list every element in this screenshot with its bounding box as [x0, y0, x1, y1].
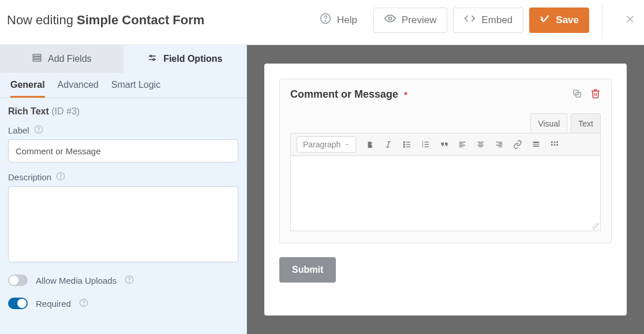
header-actions: Help Preview Embed Save — [309, 3, 636, 38]
svg-point-23 — [404, 142, 405, 143]
check-icon — [540, 13, 550, 27]
svg-line-22 — [388, 142, 390, 147]
svg-rect-51 — [554, 142, 556, 143]
sidebar: Add Fields Field Options General Advance… — [0, 45, 247, 334]
toggle-required-label: Required — [36, 299, 71, 309]
svg-point-17 — [83, 304, 84, 305]
svg-rect-53 — [551, 144, 553, 146]
editor-mode-tabs: Visual Text — [290, 113, 601, 133]
editor-toolbar: Paragraph 123 — [290, 133, 601, 156]
add-fields-icon — [32, 53, 42, 65]
sliders-icon — [147, 53, 158, 65]
help-icon[interactable] — [56, 172, 65, 183]
subtab-general[interactable]: General — [10, 80, 45, 98]
trash-icon[interactable] — [590, 88, 601, 101]
help-icon[interactable] — [79, 298, 88, 309]
submit-button[interactable]: Submit — [279, 257, 336, 283]
svg-point-13 — [60, 178, 61, 179]
svg-rect-50 — [551, 142, 553, 143]
description-input[interactable] — [8, 186, 238, 262]
code-icon — [464, 13, 475, 27]
link-icon[interactable] — [513, 140, 522, 149]
form-field-richtext[interactable]: Comment or Message * Visual Text — [279, 79, 612, 243]
svg-point-24 — [404, 144, 405, 145]
toggle-required[interactable] — [8, 298, 28, 309]
tab-add-fields[interactable]: Add Fields — [0, 45, 123, 73]
description-caption: Description — [8, 172, 51, 182]
required-indicator: * — [404, 90, 407, 99]
preview-button[interactable]: Preview — [373, 8, 447, 33]
svg-rect-54 — [554, 144, 556, 146]
embed-button[interactable]: Embed — [453, 8, 523, 33]
duplicate-icon[interactable] — [572, 88, 582, 101]
field-meta: Rich Text (ID #3) — [0, 98, 246, 120]
svg-rect-47 — [533, 142, 540, 143]
subtab-advanced[interactable]: Advanced — [58, 80, 99, 98]
eye-icon — [384, 13, 396, 27]
help-button[interactable]: Help — [309, 8, 368, 33]
help-icon[interactable] — [125, 275, 134, 286]
form-name[interactable]: Simple Contact Form — [77, 13, 204, 27]
toggle-media-uploads-row: Allow Media Uploads — [0, 269, 246, 292]
chevron-down-icon — [344, 140, 350, 149]
field-header: Comment or Message * — [290, 88, 601, 101]
italic-icon[interactable] — [384, 140, 393, 149]
svg-rect-4 — [33, 57, 41, 59]
save-button[interactable]: Save — [529, 8, 589, 33]
field-actions — [572, 88, 601, 101]
preview-label: Preview — [402, 14, 436, 26]
sidebar-tabs: Add Fields Field Options — [0, 45, 246, 73]
embed-label: Embed — [481, 14, 512, 26]
insert-more-icon[interactable] — [531, 140, 541, 149]
editor-tab-visual[interactable]: Visual — [530, 113, 567, 133]
toolbar-toggle-icon[interactable] — [550, 140, 559, 149]
label-caption: Label — [8, 125, 29, 135]
form-canvas: Comment or Message * Visual Text — [264, 64, 627, 316]
field-label: Comment or Message — [290, 88, 398, 100]
svg-point-9 — [153, 59, 155, 61]
align-center-icon[interactable] — [476, 140, 485, 149]
svg-point-1 — [325, 21, 325, 21]
toggle-media-uploads[interactable] — [8, 274, 28, 286]
blockquote-icon[interactable] — [439, 140, 448, 149]
svg-rect-3 — [33, 54, 41, 56]
svg-point-11 — [38, 131, 39, 132]
align-left-icon[interactable] — [458, 140, 467, 149]
unordered-list-icon[interactable] — [402, 140, 411, 149]
description-group: Description — [0, 167, 246, 269]
tab-field-options[interactable]: Field Options — [123, 45, 247, 73]
vertical-divider — [602, 3, 602, 38]
svg-text:3: 3 — [422, 145, 424, 148]
help-icon[interactable] — [34, 125, 43, 136]
subtab-smart-logic[interactable]: Smart Logic — [111, 80, 160, 98]
preview-panel: Comment or Message * Visual Text — [247, 45, 644, 334]
editor-body[interactable] — [290, 156, 601, 231]
field-title-wrap: Comment or Message * — [290, 88, 407, 101]
svg-point-2 — [388, 17, 391, 20]
save-label: Save — [556, 14, 579, 26]
top-bar: Now editing Simple Contact Form Help Pre… — [0, 0, 644, 45]
resize-handle[interactable] — [592, 222, 599, 229]
ordered-list-icon[interactable]: 123 — [421, 140, 430, 149]
svg-point-25 — [404, 146, 405, 147]
svg-rect-52 — [557, 142, 559, 143]
editing-prefix: Now editing — [7, 13, 77, 27]
bold-icon[interactable] — [365, 140, 375, 149]
page-title: Now editing Simple Contact Form — [7, 13, 204, 28]
svg-rect-55 — [557, 144, 559, 146]
format-select[interactable]: Paragraph — [297, 136, 356, 153]
svg-point-7 — [150, 55, 152, 57]
svg-rect-5 — [33, 60, 41, 61]
field-options-subtabs: General Advanced Smart Logic — [0, 73, 246, 98]
help-icon — [320, 13, 331, 27]
label-input[interactable] — [8, 139, 238, 162]
label-group: Label — [0, 120, 246, 167]
editor-tab-text[interactable]: Text — [571, 113, 601, 133]
field-id: (ID #3) — [51, 106, 80, 116]
help-label: Help — [337, 14, 357, 26]
close-icon[interactable] — [624, 11, 636, 29]
main-layout: Add Fields Field Options General Advance… — [0, 45, 644, 334]
field-type: Rich Text — [8, 106, 49, 116]
align-right-icon[interactable] — [495, 140, 504, 149]
toggle-required-row: Required — [0, 292, 246, 315]
